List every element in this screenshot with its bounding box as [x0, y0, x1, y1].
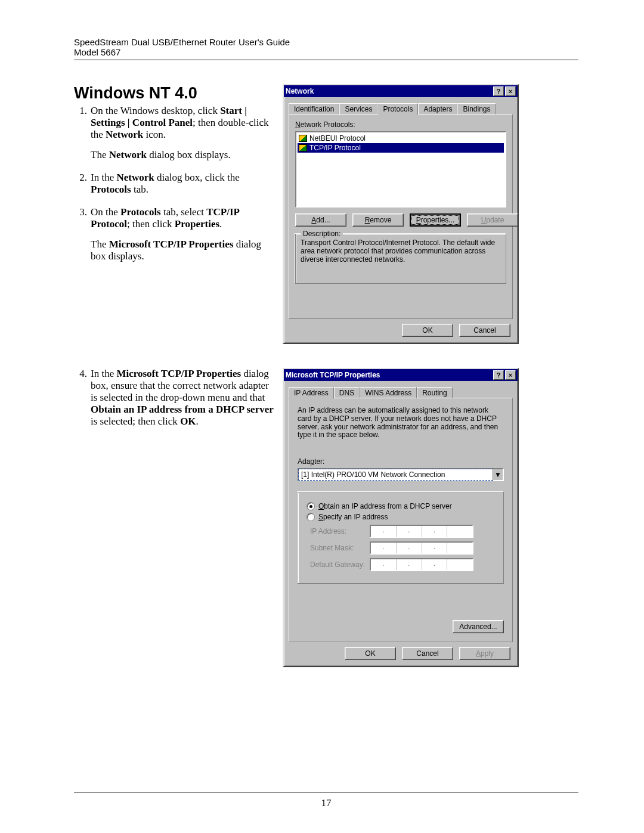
page-number: 17	[74, 797, 578, 809]
tab-strip: Identification Services Protocols Adapte…	[289, 103, 513, 115]
tab-protocols[interactable]: Protocols	[377, 103, 418, 115]
help-icon[interactable]: ?	[493, 86, 504, 96]
radio-icon	[306, 502, 315, 510]
footer-rule	[74, 792, 578, 792]
apply-button[interactable]: Apply	[459, 647, 510, 660]
advanced-button[interactable]: Advanced...	[453, 620, 504, 633]
close-icon[interactable]: ×	[505, 86, 516, 96]
list-label: Network Protocols:	[295, 120, 506, 129]
tab-routing[interactable]: Routing	[417, 387, 452, 399]
adapter-value: [1] Intel(R) PRO/100 VM Network Connecti…	[299, 469, 493, 480]
tab-dns[interactable]: DNS	[334, 387, 360, 399]
default-gateway-field: Default Gateway: ...	[310, 558, 495, 571]
add-button[interactable]: Add...	[295, 213, 346, 227]
tab-bindings[interactable]: Bindings	[457, 103, 496, 115]
step-2: 2. In the Network dialog box, click the …	[74, 172, 277, 196]
help-icon[interactable]: ?	[493, 370, 504, 380]
close-icon[interactable]: ×	[505, 370, 516, 380]
protocol-listbox[interactable]: NetBEUI Protocol TCP/IP Protocol	[295, 131, 506, 208]
description-label: Description:	[301, 230, 343, 238]
cancel-button[interactable]: Cancel	[402, 647, 453, 660]
description-text: Transport Control Protocol/Internet Prot…	[301, 239, 501, 264]
chevron-down-icon[interactable]: ▼	[493, 469, 503, 480]
subnet-mask-field: Subnet Mask: ...	[310, 541, 495, 555]
list-item[interactable]: TCP/IP Protocol	[298, 143, 504, 153]
network-dialog: Network ? × Identification Services Prot…	[283, 84, 519, 344]
properties-button[interactable]: Properties...	[410, 213, 461, 227]
titlebar[interactable]: Microsoft TCP/IP Properties ? ×	[284, 369, 518, 381]
protocol-icon	[299, 135, 307, 142]
update-button[interactable]: Update	[467, 213, 518, 227]
tcpip-dialog: Microsoft TCP/IP Properties ? × IP Addre…	[283, 368, 519, 667]
list-item[interactable]: NetBEUI Protocol	[298, 134, 504, 143]
radio-icon	[306, 513, 315, 521]
header-model: Model 5667	[74, 47, 578, 57]
tab-services[interactable]: Services	[339, 103, 377, 115]
titlebar[interactable]: Network ? ×	[284, 85, 518, 97]
tab-ip-address[interactable]: IP Address	[289, 387, 334, 399]
section-heading: Windows NT 4.0	[74, 84, 277, 103]
cancel-button[interactable]: Cancel	[459, 324, 510, 337]
ok-button[interactable]: OK	[402, 324, 453, 337]
ip-address-field: IP Address: ...	[310, 525, 495, 538]
radio-obtain-dhcp[interactable]: Obtain an IP address from a DHCP server	[306, 502, 495, 510]
ok-button[interactable]: OK	[345, 647, 396, 660]
step-1: 1. On the Windows desktop, click Start |…	[74, 105, 277, 161]
adapter-combobox[interactable]: [1] Intel(R) PRO/100 VM Network Connecti…	[298, 468, 504, 481]
protocol-icon	[299, 144, 307, 151]
tab-strip: IP Address DNS WINS Address Routing	[289, 387, 513, 399]
header-title: SpeedStream Dual USB/Ethernet Router Use…	[74, 37, 578, 47]
intro-text: An IP address can be automatically assig…	[298, 407, 504, 439]
radio-specify-ip[interactable]: Specify an IP address	[306, 513, 495, 521]
adapter-label: Adapter:	[298, 457, 504, 466]
header-rule	[74, 60, 578, 60]
dialog-title: Microsoft TCP/IP Properties	[286, 371, 492, 379]
tab-adapters[interactable]: Adapters	[418, 103, 457, 115]
step-3: 3. On the Protocols tab, select TCP/IP P…	[74, 206, 277, 262]
dialog-title: Network	[286, 87, 492, 95]
tab-identification[interactable]: Identification	[289, 103, 339, 115]
remove-button[interactable]: Remove	[352, 213, 404, 227]
step-4: 4. In the Microsoft TCP/IP Properties di…	[74, 368, 277, 428]
tab-wins[interactable]: WINS Address	[360, 387, 417, 399]
